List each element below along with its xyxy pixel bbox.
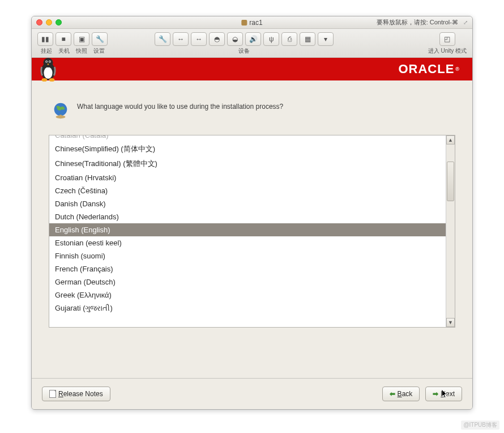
scroll-track[interactable] [446,145,455,318]
cd-icon[interactable]: ◒ [227,32,243,46]
toolbar-label: 快照 [76,47,87,55]
language-option[interactable]: German (Deutsch) [49,275,446,288]
oracle-logo: ORACLE® [398,62,460,77]
devices-label: 设备 [238,47,250,55]
expand-icon[interactable]: ⤢ [463,19,468,26]
scroll-down-button[interactable]: ▼ [446,318,455,327]
snapshot-button[interactable]: ▣ [74,32,89,46]
language-option[interactable]: Gujarati (ગુજરાતી) [49,302,446,315]
document-icon [49,390,56,398]
minimize-icon[interactable] [46,19,52,26]
toolbar-left-group: ▮▮■▣🔧 挂起关机快照设置 [37,32,108,55]
oracle-banner: ORACLE® [32,58,472,80]
svg-rect-12 [59,115,62,117]
language-list-container: Catalan (Català)Chinese(Simplified) (简体中… [49,135,455,328]
vm-toolbar: ▮▮■▣🔧 挂起关机快照设置 🔧↔↔◓◒🔊ψ⎙▦▾ 设备 ◰ 进入 Unity … [32,29,472,58]
language-option[interactable]: Czech (Čeština) [49,184,446,197]
toolbar-label: 关机 [58,47,70,55]
prompt-row: What language would you like to use duri… [49,101,455,120]
globe-icon [51,101,70,120]
toolbar-right-group: ◰ 进入 Unity 模式 [428,32,467,55]
arrow-right-icon: ➡ [433,390,438,398]
title-text: rac1 [249,19,262,27]
sound-icon[interactable]: 🔊 [245,32,261,46]
svg-point-2 [43,58,53,67]
svg-point-8 [42,78,48,82]
language-option[interactable]: Chinese(Traditional) (繁體中文) [49,156,446,171]
installer-pane: ORACLE® What language would you like to … [32,58,472,409]
app-icon [241,20,247,26]
content-area: What language would you like to use duri… [32,80,472,378]
language-option[interactable]: Croatian (Hrvatski) [49,171,446,184]
svg-point-9 [49,78,55,82]
scrollbar[interactable]: ▲ ▼ [446,135,455,327]
window-controls [36,19,62,26]
language-list[interactable]: Catalan (Català)Chinese(Simplified) (简体中… [49,135,446,327]
release-notes-button[interactable]: Release Notes [42,387,110,401]
unity-label: 进入 Unity 模式 [428,47,467,55]
printer-icon[interactable]: ⎙ [281,32,297,46]
vm-window: rac1 要释放鼠标，请按: Control-⌘ ⤢ ▮▮■▣🔧 挂起关机快照设… [31,16,473,410]
back-button[interactable]: ⬅ Back [382,387,420,401]
close-icon[interactable] [36,19,42,26]
suspend-button[interactable]: ▮▮ [37,32,53,46]
language-option[interactable]: Estonian (eesti keel) [49,236,446,249]
language-option[interactable]: Danish (Dansk) [49,197,446,210]
svg-point-6 [49,61,50,62]
language-option[interactable]: Catalan (Català) [49,135,446,142]
language-option[interactable]: Chinese(Simplified) (简体中文) [49,142,446,156]
language-option[interactable]: French (Français) [49,262,446,275]
release-hint: 要释放鼠标，请按: Control-⌘ ⤢ [377,18,468,27]
toolbar-label: 挂起 [41,47,52,55]
poweroff-button[interactable]: ■ [55,32,71,46]
maximize-icon[interactable] [55,19,62,26]
more-icon[interactable]: ▾ [318,32,334,46]
prompt-text: What language would you like to use duri… [77,101,283,112]
network1-icon[interactable]: ↔ [173,32,189,46]
toolbar-center-group: 🔧↔↔◓◒🔊ψ⎙▦▾ 设备 [155,32,334,55]
svg-point-5 [46,61,47,62]
scroll-thumb[interactable] [447,162,454,201]
language-option[interactable]: English (English) [49,223,446,236]
watermark: @ITPUB博客 [461,421,499,430]
network2-icon[interactable]: ↔ [191,32,207,46]
titlebar[interactable]: rac1 要释放鼠标，请按: Control-⌘ ⤢ [32,16,472,29]
usb-icon[interactable]: ψ [263,32,279,46]
language-option[interactable]: Dutch (Nederlands) [49,210,446,223]
settings-button[interactable]: 🔧 [92,32,108,46]
window-title: rac1 [241,19,262,27]
svg-point-1 [44,67,52,79]
next-button[interactable]: ➡ Next [425,387,462,401]
language-option[interactable]: Greek (Ελληνικά) [49,288,446,302]
arrow-left-icon: ⬅ [390,390,395,398]
toolbar-label: 设置 [93,47,105,55]
shared-icon[interactable]: ▦ [300,32,315,46]
language-option[interactable]: Finnish (suomi) [49,249,446,262]
tools-icon[interactable]: 🔧 [155,32,170,46]
disk-icon[interactable]: ◓ [209,32,225,46]
footer: Release Notes ⬅ Back ➡ Next [32,378,472,409]
unity-button[interactable]: ◰ [439,32,455,46]
penguin-icon [37,55,59,82]
scroll-up-button[interactable]: ▲ [446,135,455,145]
